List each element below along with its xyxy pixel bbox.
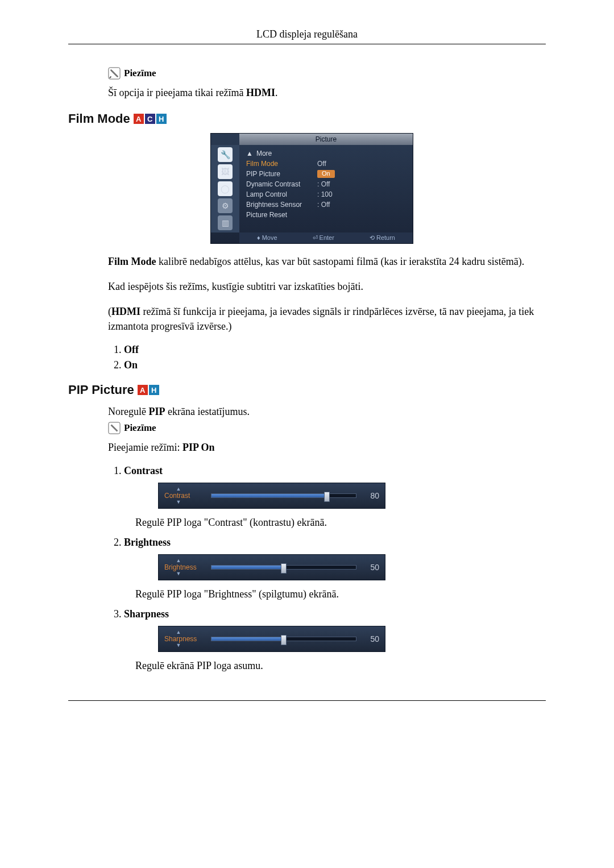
osd-icon-multi[interactable]: ▥ — [218, 215, 233, 230]
note-text: Šī opcija ir pieejama tikai režīmā HDMI. — [108, 85, 546, 100]
slider-fill — [211, 494, 327, 497]
slider-track[interactable] — [211, 493, 356, 498]
pip-modes: Pieejamie režīmi: PIP On — [108, 440, 546, 455]
heading-text: Film Mode — [68, 111, 130, 126]
item-desc: Regulē PIP loga "Contrast" (kontrastu) e… — [135, 517, 546, 529]
osd-row-dyncontrast[interactable]: Dynamic Contrast : Off — [244, 179, 413, 189]
text-bold: HDMI — [111, 306, 140, 317]
osd-menu: Picture 🔧 🖼 ◯ ⚙ ▥ ▲ More Film Mode — [210, 133, 546, 244]
page: LCD displeja regulēšana Piezīme Šī opcij… — [0, 0, 614, 735]
slider-thumb[interactable] — [281, 563, 287, 574]
text-bold: PIP — [148, 406, 165, 417]
option-label: On — [124, 359, 138, 371]
slider-value: 80 — [362, 491, 379, 500]
text: Pieejamie režīmi: — [108, 442, 182, 453]
osd-row-lamp[interactable]: Lamp Control : 100 — [244, 189, 413, 200]
text-bold: PIP On — [182, 442, 215, 453]
slider-fill — [211, 566, 284, 569]
list-item-brightness: Brightness ▲ Brightness ▼ 50 Regulē PIP … — [124, 537, 546, 600]
badge-h: H — [156, 114, 167, 124]
page-header: LCD displeja regulēšana — [68, 28, 546, 40]
osd-row-pippicture[interactable]: PIP Picture On — [244, 169, 413, 179]
osd-icon-input[interactable]: 🔧 — [218, 147, 233, 162]
slider-thumb[interactable] — [324, 492, 330, 502]
list-item: Off — [124, 344, 546, 356]
osd-icon-sound[interactable]: ◯ — [218, 181, 233, 196]
film-para1: Film Mode kalibrē nedabīgos attēlus, kas… — [108, 254, 546, 269]
slider-track[interactable] — [211, 637, 356, 641]
list-item: On — [124, 359, 546, 371]
option-label: Off — [124, 344, 139, 355]
heading-text: PIP Picture — [68, 383, 134, 397]
note-text-suffix: . — [275, 87, 278, 98]
pip-intro: Noregulē PIP ekrāna iestatījumus. — [108, 404, 546, 419]
slider-value: 50 — [362, 634, 379, 643]
down-arrow-icon: ▼ — [164, 643, 193, 648]
item-desc: Regulē PIP loga "Brightness" (spilgtumu)… — [135, 588, 546, 600]
osd-row-value: On — [317, 170, 335, 178]
down-arrow-icon: ▼ — [164, 571, 193, 576]
note-block: Piezīme — [108, 422, 546, 434]
slider-label-text: Sharpness — [164, 635, 197, 643]
note-text-bold: HDMI — [246, 87, 275, 98]
slider-label-text: Contrast — [164, 492, 190, 500]
film-para2: Kad iespējots šis režīms, kustīgie subti… — [108, 279, 546, 294]
down-arrow-icon: ▼ — [164, 500, 193, 505]
mode-badges: A H — [138, 385, 159, 395]
item-title: Brightness — [124, 537, 171, 548]
item-title: Sharpness — [124, 608, 169, 620]
osd-more-row[interactable]: ▲ More — [244, 148, 413, 159]
osd-row-value: : Off — [317, 180, 330, 188]
osd-row-label: PIP Picture — [246, 170, 317, 178]
section-heading-film: Film Mode A C H — [68, 111, 546, 126]
osd-hint-return: ⟲ Return — [370, 234, 395, 242]
note-text-prefix: Šī opcija ir pieejama tikai režīmā — [108, 87, 246, 98]
text: kalibrē nedabīgos attēlus, kas var būt s… — [156, 256, 524, 267]
osd-row-value: : 100 — [317, 190, 333, 198]
text: ekrāna iestatījumus. — [165, 406, 249, 417]
note-icon — [108, 422, 121, 434]
osd-hint-move: ♦ Move — [257, 234, 277, 242]
note-block: Piezīme — [108, 67, 546, 80]
osd-more-label: More — [256, 149, 272, 157]
slider-sharpness[interactable]: ▲ Sharpness ▼ 50 — [158, 626, 385, 652]
film-options-list: Off On — [108, 344, 546, 371]
footer-rule — [68, 700, 546, 701]
slider-brightness[interactable]: ▲ Brightness ▼ 50 — [158, 554, 385, 580]
up-arrow-icon: ▲ — [164, 558, 193, 563]
slider-thumb[interactable] — [281, 635, 287, 645]
osd-rows: ▲ More Film Mode Off PIP Picture On Dyna… — [239, 145, 413, 232]
osd-row-label: Picture Reset — [246, 211, 317, 219]
pip-items-list: Contrast ▲ Contrast ▼ 80 Regulē PIP loga… — [108, 465, 546, 672]
osd-row-label: Dynamic Contrast — [246, 180, 317, 188]
osd-row-value: Off — [317, 160, 326, 168]
up-arrow-icon: ▲ — [164, 487, 193, 492]
slider-value: 50 — [362, 563, 379, 572]
osd-row-picreset[interactable]: Picture Reset — [244, 210, 413, 220]
osd-footer: ♦ Move ⏎ Enter ⟲ Return — [239, 232, 413, 243]
osd-row-brightsensor[interactable]: Brightness Sensor : Off — [244, 200, 413, 210]
osd-row-label: Film Mode — [246, 160, 317, 168]
badge-a: A — [138, 385, 148, 395]
osd-icon-setup[interactable]: ⚙ — [218, 198, 233, 213]
badge-c: C — [145, 114, 155, 124]
osd-title: Picture — [239, 134, 413, 145]
up-arrow-icon: ▲ — [246, 149, 253, 157]
item-desc: Regulē ekrānā PIP loga asumu. — [135, 660, 546, 672]
note-label: Piezīme — [124, 68, 156, 79]
list-item-contrast: Contrast ▲ Contrast ▼ 80 Regulē PIP loga… — [124, 465, 546, 529]
osd-row-label: Brightness Sensor — [246, 201, 317, 209]
text: režīmā šī funkcija ir pieejama, ja ievad… — [108, 306, 534, 332]
film-para3: (HDMI režīmā šī funkcija ir pieejama, ja… — [108, 304, 546, 334]
osd-row-label: Lamp Control — [246, 190, 317, 198]
mode-badges: A C H — [134, 114, 167, 124]
slider-track[interactable] — [211, 565, 356, 570]
note-label: Piezīme — [124, 422, 156, 434]
osd-row-filmmode[interactable]: Film Mode Off — [244, 159, 413, 169]
slider-fill — [211, 637, 284, 641]
osd-icon-picture[interactable]: 🖼 — [218, 164, 233, 179]
header-rule — [68, 44, 546, 44]
up-arrow-icon: ▲ — [164, 630, 193, 635]
badge-h: H — [149, 385, 159, 395]
slider-contrast[interactable]: ▲ Contrast ▼ 80 — [158, 483, 385, 509]
